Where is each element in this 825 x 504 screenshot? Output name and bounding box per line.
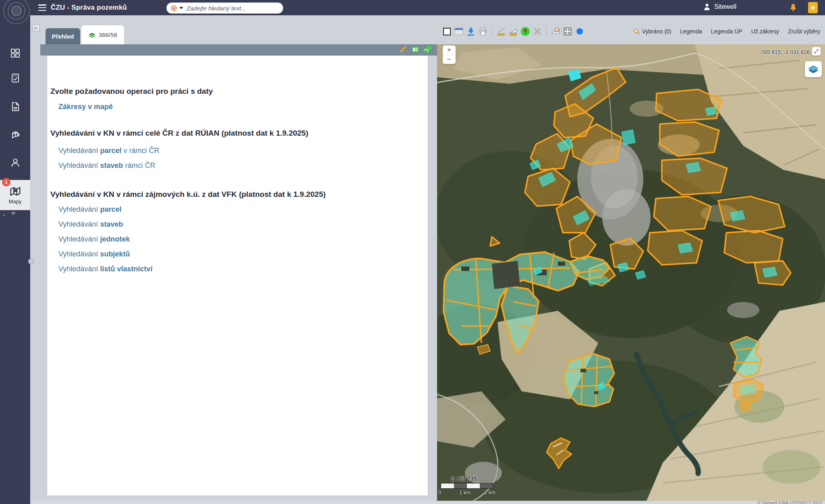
link-vyhledavani-jednotek[interactable]: Vyhledávání jednotek	[58, 235, 428, 244]
sidebar-item-mapy-label: Mapy	[9, 198, 22, 204]
select-rect-icon[interactable]	[442, 27, 452, 36]
print-icon[interactable]	[478, 27, 488, 36]
person-icon	[703, 2, 711, 11]
map-zoom-control: + −	[443, 45, 456, 64]
map-toolbar-text: Vybráno (0) Legenda Legenda ÚP Už.zákres…	[633, 23, 820, 39]
section3-heading: Vyhledávání v KN v rámci zájmových k.ú. …	[50, 190, 428, 199]
expand-arrows-icon[interactable]	[812, 47, 821, 56]
tab-prehled[interactable]: Přehled	[46, 28, 80, 44]
scale-tick-1: 1 km	[459, 490, 471, 496]
zoom-out-button[interactable]: −	[443, 55, 456, 64]
pin-green-toggle-icon[interactable]	[520, 27, 530, 36]
tab-parcel-label: 366/58	[99, 31, 117, 38]
star-badge-icon[interactable]: ★	[808, 2, 818, 13]
person-outline-icon	[10, 157, 21, 168]
uz-zakresy-button[interactable]: Už.zákresy	[751, 28, 779, 35]
sidebar-expand-icon[interactable]	[11, 212, 16, 215]
map-scale-bar	[441, 483, 493, 489]
link-vyhledavani-parcel-cr[interactable]: Vyhledávání parcel v rámci ČR	[58, 147, 428, 155]
toolbar-separator	[546, 26, 547, 37]
sidebar-item-tasks[interactable]	[0, 68, 30, 88]
menu-icon[interactable]	[38, 4, 46, 11]
user-name: Sitewell	[714, 3, 736, 10]
sidebar-item-objects[interactable]	[0, 125, 30, 145]
measure-area-icon[interactable]	[508, 27, 518, 36]
scale-tick-2: 2 km	[484, 490, 495, 496]
extent-icon[interactable]	[563, 27, 572, 36]
map-canvas[interactable]	[437, 44, 825, 501]
link-vyhledavani-subjektu[interactable]: Vyhledávání subjektů	[58, 250, 428, 258]
panel-collapse-handle[interactable]	[28, 258, 34, 264]
green-form-icon[interactable]	[412, 46, 419, 53]
green-windows-icon[interactable]	[423, 45, 432, 54]
app-title: ČZU - Správa pozemků	[51, 4, 127, 12]
link-vyhledavani-listu-vlastnictvi[interactable]: Vyhledávání listů vlastnictví	[58, 265, 428, 273]
zoom-in-button[interactable]: +	[443, 45, 456, 55]
selected-magnifier-icon	[633, 28, 640, 35]
status-strip: © Sitewell FIRA r20250917 2023	[0, 501, 825, 504]
search-input[interactable]	[186, 4, 279, 12]
link-vyhledavani-staveb[interactable]: Vyhledávání staveb	[58, 220, 428, 229]
link-vyhledavani-staveb-cr[interactable]: Vyhledávání staveb rámci ČR	[58, 161, 428, 170]
user-menu[interactable]: Sitewell	[703, 2, 736, 11]
tab-parcel[interactable]: 366/58	[81, 25, 124, 44]
zrusit-vybery-button[interactable]: Zrušit výběry	[788, 28, 820, 35]
map-svg[interactable]	[437, 44, 825, 501]
topbar: ČZU - Správa pozemků Sitewell ★	[0, 0, 825, 15]
content-card: Zvolte požadovanou operaci pro práci s d…	[47, 56, 428, 496]
folded-map-icon	[8, 186, 22, 198]
search-box[interactable]	[166, 2, 283, 14]
bell-icon[interactable]	[789, 3, 798, 12]
sidebar-item-subjects[interactable]	[0, 153, 30, 173]
section1-heading: Zvolte požadovanou operaci pro práci s d…	[50, 87, 428, 96]
vybrano-button[interactable]: Vybráno (0)	[633, 28, 672, 35]
link-vyhledavani-parcel[interactable]: Vyhledávání parcel	[58, 205, 428, 214]
map-scale-ratio: 1 : 67 735	[451, 475, 477, 482]
measure-line-icon[interactable]	[496, 27, 506, 36]
tasks-clipboard-icon	[10, 73, 21, 83]
tab-scroll-button[interactable]: ▷	[32, 24, 40, 32]
sidebar-item-dashboard[interactable]	[0, 43, 30, 63]
legenda-button[interactable]: Legenda	[680, 28, 702, 35]
export-download-icon[interactable]	[466, 27, 476, 36]
app-root: ČZU - Správa pozemků Sitewell ★	[0, 0, 825, 504]
chevron-down-icon[interactable]	[179, 7, 183, 9]
legenda-up-button[interactable]: Legenda ÚP	[711, 28, 742, 35]
sidebar-item-documents[interactable]	[0, 97, 30, 117]
sidebar: Mapy 1 +	[0, 15, 30, 504]
app-grid-icon	[10, 48, 21, 58]
green-parcel-icon	[88, 32, 96, 38]
search-category-icon[interactable]	[171, 5, 177, 11]
map-zoom-icon[interactable]	[551, 27, 560, 36]
3d-box-icon	[10, 130, 21, 140]
mapy-badge: 1	[2, 178, 10, 186]
map-copyright: © Sitewell FIRA r20250917 2023	[757, 501, 822, 504]
sidebar-add-button[interactable]: +	[2, 211, 6, 218]
scale-tick-0: 0	[438, 490, 441, 496]
panel-header	[40, 44, 437, 56]
document-icon	[10, 101, 21, 112]
panel-header-actions	[399, 45, 432, 54]
blue-dot-icon[interactable]	[575, 27, 585, 36]
map-coordinates: -785 615; -1 031 826	[745, 49, 810, 55]
clear-x-icon[interactable]	[533, 27, 542, 36]
edit-pencil-icon[interactable]	[399, 45, 407, 54]
map-toolbar	[442, 23, 585, 39]
link-zakresy-v-mape[interactable]: Zákresy v mapě	[58, 103, 428, 111]
toolbar-separator	[492, 26, 492, 37]
layers-diamond-icon[interactable]	[805, 61, 822, 77]
section2-heading: Vyhledávání v KN v rámci celé ČR z dat R…	[50, 129, 428, 138]
attribute-table-icon[interactable]	[454, 27, 464, 36]
